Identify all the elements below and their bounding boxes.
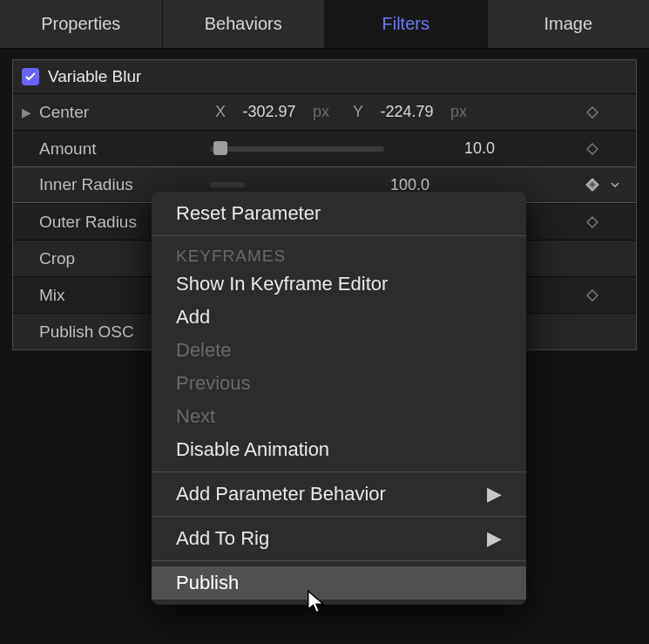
menu-separator (152, 516, 526, 517)
filter-name-label: Variable Blur (48, 67, 141, 86)
param-row-amount: Amount 10.0 (13, 130, 636, 166)
menu-publish[interactable]: Publish (152, 566, 526, 600)
center-y-value[interactable]: -224.79 (363, 103, 450, 121)
menu-section-keyframes: KEYFRAMES (152, 241, 526, 268)
menu-separator (152, 560, 526, 561)
menu-disable-animation[interactable]: Disable Animation (152, 433, 526, 466)
menu-add-parameter-behavior[interactable]: Add Parameter Behavior ▶ (152, 478, 526, 511)
menu-add-to-rig[interactable]: Add To Rig ▶ (152, 522, 526, 555)
keyframe-icon[interactable] (575, 106, 610, 119)
menu-label: Add Parameter Behavior (176, 483, 386, 505)
tab-image[interactable]: Image (488, 0, 650, 48)
axis-y-label: Y (342, 103, 363, 121)
keyframe-icon[interactable] (575, 216, 610, 228)
animation-context-menu: Reset Parameter KEYFRAMES Show In Keyfra… (152, 192, 526, 605)
menu-next-keyframe: Next (152, 400, 526, 433)
center-y-unit: px (450, 103, 480, 121)
filter-enable-checkbox[interactable] (22, 68, 39, 85)
tab-filters[interactable]: Filters (325, 0, 488, 48)
keyframe-icon[interactable] (575, 143, 610, 155)
animation-menu-button[interactable] (610, 176, 627, 194)
axis-x-label: X (205, 103, 226, 121)
menu-reset-parameter[interactable]: Reset Parameter (152, 197, 526, 230)
tab-behaviors[interactable]: Behaviors (163, 0, 326, 48)
menu-previous-keyframe: Previous (152, 367, 526, 400)
menu-separator (152, 471, 526, 472)
menu-delete-keyframe: Delete (152, 334, 526, 367)
disclosure-icon[interactable]: ▶ (22, 105, 39, 119)
keyframe-icon[interactable] (575, 178, 610, 192)
center-x-value[interactable]: -302.97 (226, 103, 313, 121)
tab-properties[interactable]: Properties (0, 0, 163, 48)
menu-show-in-keyframe-editor[interactable]: Show In Keyframe Editor (152, 268, 526, 301)
filter-header: Variable Blur (13, 60, 636, 93)
menu-label: Add To Rig (176, 527, 269, 550)
keyframe-icon[interactable] (575, 289, 610, 302)
submenu-arrow-icon: ▶ (487, 527, 502, 550)
inner-radius-slider[interactable] (210, 182, 245, 187)
param-label-center: Center (39, 103, 205, 122)
menu-separator (152, 235, 526, 236)
inspector-tabs: Properties Behaviors Filters Image (0, 0, 649, 49)
amount-slider[interactable] (210, 146, 384, 152)
param-label-amount: Amount (39, 139, 205, 159)
amount-value[interactable]: 10.0 (384, 139, 575, 158)
menu-add-keyframe[interactable]: Add (152, 301, 526, 334)
center-x-unit: px (313, 103, 342, 121)
submenu-arrow-icon: ▶ (487, 483, 502, 505)
param-row-center: ▶ Center X -302.97 px Y -224.79 px (13, 93, 636, 130)
